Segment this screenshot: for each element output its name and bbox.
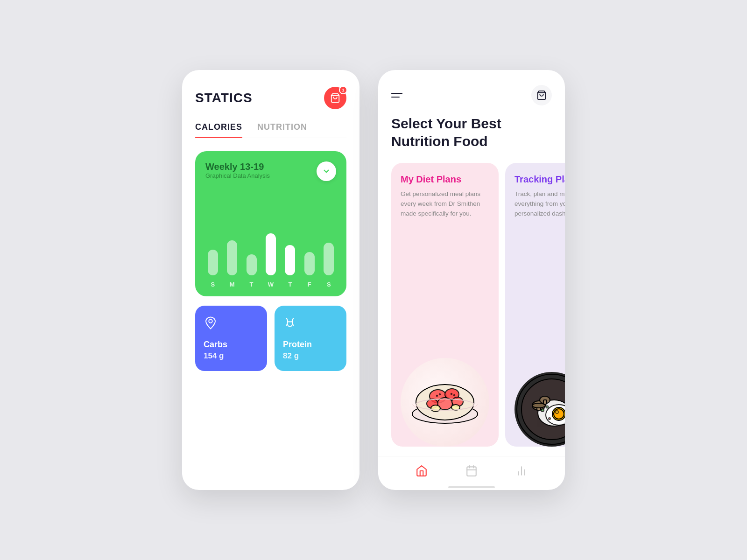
bar <box>266 233 276 275</box>
svg-point-23 <box>556 411 558 413</box>
svg-point-13 <box>439 394 440 395</box>
bar-day-label: S <box>322 281 336 288</box>
tab-nutrition[interactable]: NUTRITION <box>257 122 307 138</box>
hero-title: Select Your Best Nutrition Food <box>378 115 565 163</box>
tracking-plans-desc: Track, plan and manage everything from y… <box>514 189 565 364</box>
tabs: CALORIES NUTRITION <box>195 122 346 138</box>
hamburger-button[interactable] <box>391 93 402 98</box>
food-cards: My Diet Plans Get personalized meal plan… <box>378 163 565 447</box>
bottom-cards: Carbs 154 g Protein 82 g <box>195 306 346 371</box>
svg-point-32 <box>546 406 549 408</box>
chart-header: Weekly 13-19 Graphical Data Analysis <box>205 161 336 189</box>
protein-icon <box>283 316 338 333</box>
diet-plans-desc: Get personalized meal plans every week f… <box>401 189 489 350</box>
carbs-icon <box>204 316 259 333</box>
svg-point-15 <box>454 395 455 396</box>
pan-image <box>514 372 565 447</box>
svg-rect-36 <box>467 467 476 476</box>
protein-value: 82 g <box>283 351 338 361</box>
bar <box>324 243 334 275</box>
svg-point-31 <box>541 409 544 412</box>
right-phone: Select Your Best Nutrition Food My Diet … <box>378 70 565 490</box>
screens-container: STATICS 1 CALORIES NUTRITION <box>163 51 584 509</box>
bar-col <box>283 191 297 275</box>
nav-home[interactable] <box>416 465 428 477</box>
chart-card: Weekly 13-19 Graphical Data Analysis SMT… <box>195 151 346 296</box>
diet-food-image-area <box>401 358 489 447</box>
chart-subtitle: Graphical Data Analysis <box>205 172 270 179</box>
diet-plans-title: My Diet Plans <box>401 174 489 185</box>
svg-point-1 <box>209 320 212 323</box>
bar-day-label: T <box>283 281 297 288</box>
tab-calories[interactable]: CALORIES <box>195 122 242 138</box>
svg-point-34 <box>549 418 550 420</box>
tracking-plans-title: Tracking Plans <box>514 174 565 185</box>
right-header <box>378 70 565 115</box>
nav-stats[interactable] <box>515 465 528 477</box>
bar-col <box>322 191 336 275</box>
svg-point-14 <box>451 393 452 394</box>
bar-col <box>225 191 239 275</box>
bar-day-label: F <box>302 281 317 288</box>
svg-point-12 <box>437 395 437 396</box>
bar-col <box>263 191 278 275</box>
carbs-value: 154 g <box>204 351 259 361</box>
tracking-food-image-area <box>514 372 565 447</box>
chevron-button[interactable] <box>317 161 336 181</box>
cart-badge: 1 <box>339 86 347 94</box>
right-cart-button[interactable] <box>531 85 552 105</box>
nav-calendar[interactable] <box>465 465 478 477</box>
bar-day-label: W <box>263 281 278 288</box>
bar-day-label: T <box>244 281 259 288</box>
bar <box>247 254 257 275</box>
protein-name: Protein <box>283 340 338 350</box>
svg-point-10 <box>431 405 440 412</box>
left-title: STATICS <box>195 91 253 105</box>
bar-labels: SMTWTFS <box>205 281 336 288</box>
carbs-name: Carbs <box>204 340 259 350</box>
bar-chart <box>205 191 336 275</box>
svg-rect-28 <box>543 400 547 404</box>
bar-col <box>205 191 220 275</box>
chart-title: Weekly 13-19 <box>205 161 270 172</box>
bar <box>304 252 315 275</box>
left-phone: STATICS 1 CALORIES NUTRITION <box>182 70 359 490</box>
bar-day-label: S <box>205 281 220 288</box>
protein-card: Protein 82 g <box>275 306 346 371</box>
svg-point-22 <box>554 409 564 419</box>
bar-col <box>302 191 317 275</box>
bar-col <box>244 191 259 275</box>
bar <box>227 240 237 275</box>
left-header: STATICS 1 <box>195 87 346 109</box>
nav-indicator <box>448 486 495 488</box>
cart-button[interactable]: 1 <box>324 87 346 109</box>
bar-day-label: M <box>225 281 239 288</box>
bar <box>208 250 218 275</box>
bar <box>285 245 295 275</box>
carbs-card: Carbs 154 g <box>195 306 267 371</box>
bowl-image <box>401 358 489 447</box>
bottom-nav <box>378 456 565 482</box>
diet-plans-card[interactable]: My Diet Plans Get personalized meal plan… <box>391 163 499 447</box>
tracking-plans-card[interactable]: Tracking Plans Track, plan and manage ev… <box>505 163 565 447</box>
